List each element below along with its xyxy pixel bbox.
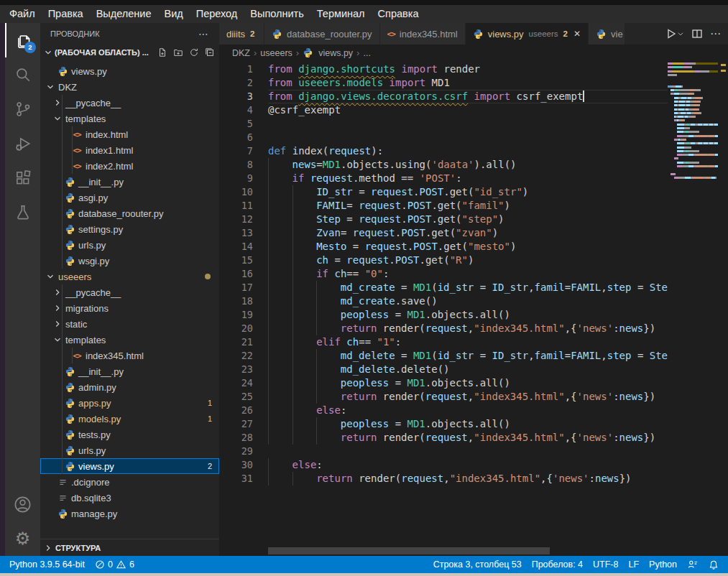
code-line-13[interactable]: 13Zvan= request.POST.get("zvan"): [219, 226, 668, 240]
line-number[interactable]: 5: [219, 117, 268, 131]
tree-item--init-py[interactable]: __init__.py: [40, 174, 219, 190]
tree-item-urls-py[interactable]: urls.py: [40, 237, 219, 253]
code-line-25[interactable]: 25return render(request,"index345.html",…: [219, 390, 668, 404]
code-line-2[interactable]: 2from useeers.models import MD1: [219, 76, 668, 90]
tree-item-apps-py[interactable]: apps.py1: [40, 395, 219, 411]
menu-item[interactable]: Выполнить: [244, 5, 310, 23]
code-line-20[interactable]: 20return render(request,"index345.html",…: [219, 322, 668, 335]
line-number[interactable]: 12: [219, 213, 268, 226]
code-line-22[interactable]: 22md_delete = MD1(id_str = ID_str,famil=…: [219, 349, 668, 363]
tree-item--pycache-[interactable]: __pycache__: [40, 95, 219, 111]
run-dropdown-icon[interactable]: [677, 30, 684, 37]
account-icon[interactable]: [5, 487, 40, 521]
code-line-18[interactable]: 18md_create.save(): [219, 294, 668, 308]
line-number[interactable]: 25: [219, 390, 268, 404]
line-number[interactable]: 14: [219, 240, 268, 254]
tree-item-static[interactable]: static: [40, 316, 219, 332]
line-number[interactable]: 1: [219, 62, 268, 76]
tab-views-py[interactable]: views.pyuseeers2✕: [466, 23, 588, 45]
line-number[interactable]: 11: [219, 199, 268, 213]
line-number[interactable]: 17: [219, 281, 268, 294]
tree-item-manage-py[interactable]: manage.py: [40, 506, 219, 521]
tree-item-views-py[interactable]: views.py2: [40, 458, 219, 474]
code-line-17[interactable]: 17md_create = MD1(id_str = ID_str,famil=…: [219, 281, 668, 294]
collapse-all-icon[interactable]: [205, 47, 215, 57]
new-file-icon[interactable]: [157, 47, 167, 57]
cursor-position-status[interactable]: Строка 3, столбец 53: [428, 556, 527, 573]
feedback-icon[interactable]: [682, 556, 704, 573]
code-line-16[interactable]: 16if ch== "0":: [219, 267, 668, 281]
tree-item-views-py[interactable]: views.py: [40, 63, 219, 79]
problems-status[interactable]: 0 6: [90, 556, 139, 573]
code-line-28[interactable]: 28return render(request,"index345.html",…: [219, 431, 668, 445]
line-number[interactable]: 30: [219, 458, 268, 472]
line-number[interactable]: 29: [219, 445, 268, 458]
tree-item-wsgi-py[interactable]: wsgi.py: [40, 253, 219, 269]
line-number[interactable]: 8: [219, 158, 268, 172]
breadcrumb-item[interactable]: DKZ: [232, 48, 250, 58]
line-number[interactable]: 2: [219, 76, 268, 90]
overview-ruler[interactable]: [718, 45, 728, 556]
minimap[interactable]: [668, 62, 718, 180]
new-folder-icon[interactable]: [173, 47, 183, 57]
settings-gear-icon[interactable]: ⚙: [5, 521, 40, 556]
line-number[interactable]: 26: [219, 404, 268, 417]
code-line-21[interactable]: 21elif ch== "1":: [219, 335, 668, 349]
line-number[interactable]: 20: [219, 322, 268, 335]
code-line-11[interactable]: 11FAMIL= request.POST.get("famil"): [219, 199, 668, 213]
code-line-5[interactable]: 5: [219, 117, 668, 131]
line-number[interactable]: 21: [219, 335, 268, 349]
line-number[interactable]: 3: [219, 90, 268, 103]
code-line-8[interactable]: 8news=MD1.objects.using('daata').all(): [219, 158, 668, 172]
breadcrumb-item[interactable]: ...: [363, 48, 370, 58]
line-number[interactable]: 7: [219, 144, 268, 158]
menu-item[interactable]: Терминал: [310, 5, 372, 23]
line-number[interactable]: 23: [219, 363, 268, 376]
refresh-icon[interactable]: [189, 47, 199, 57]
tree-item-index2-html[interactable]: <>index2.html: [40, 158, 219, 174]
tab-database-roouter-py[interactable]: database_roouter.py: [264, 23, 379, 45]
testing-icon[interactable]: [5, 195, 40, 230]
line-number[interactable]: 13: [219, 226, 268, 240]
line-number[interactable]: 19: [219, 308, 268, 322]
tab-vie[interactable]: vie: [589, 23, 625, 45]
code-line-31[interactable]: 31return render(request,"index345.html",…: [219, 472, 668, 486]
menu-item[interactable]: Вид: [157, 5, 189, 23]
line-number[interactable]: 16: [219, 267, 268, 281]
code-line-15[interactable]: 15ch = request.POST.get("R"): [219, 254, 668, 267]
tree-item-database-roouter-py[interactable]: database_roouter.py: [40, 205, 219, 221]
breadcrumb[interactable]: DKZ›useeers›views.py›...: [219, 45, 728, 61]
code-line-7[interactable]: 7def index(request):: [219, 144, 668, 158]
code-line-10[interactable]: 10ID_str = request.POST.get("id_str"): [219, 185, 668, 199]
line-number[interactable]: 9: [219, 172, 268, 185]
menu-item[interactable]: Файл: [3, 5, 42, 23]
code-line-26[interactable]: 26else:: [219, 404, 668, 417]
line-number[interactable]: 27: [219, 417, 268, 431]
tree-item-asgi-py[interactable]: asgi.py: [40, 190, 219, 205]
eol-status[interactable]: LF: [623, 556, 644, 573]
search-icon[interactable]: [5, 57, 40, 92]
line-number[interactable]: 31: [219, 472, 268, 486]
encoding-status[interactable]: UTF-8: [588, 556, 623, 573]
tree-item-models-py[interactable]: models.py1: [40, 411, 219, 427]
tree-item-dkz[interactable]: DKZ: [40, 79, 219, 95]
code-line-27[interactable]: 27peopless = MD1.objects.all(): [219, 417, 668, 431]
code-editor[interactable]: 1from django.shortcuts import render2fro…: [219, 62, 668, 546]
tree-item--dcignore[interactable]: .dcignore: [40, 474, 219, 490]
tab-diiits[interactable]: diiits2: [219, 23, 264, 45]
split-editor-icon[interactable]: [691, 28, 703, 40]
menu-item[interactable]: Правка: [42, 5, 90, 23]
notifications-bell-icon[interactable]: [704, 556, 724, 573]
code-line-29[interactable]: 29: [219, 445, 668, 458]
tree-item-urls-py[interactable]: urls.py: [40, 442, 219, 458]
line-number[interactable]: 24: [219, 376, 268, 390]
breadcrumb-item[interactable]: useeers: [260, 48, 292, 58]
run-python-file-icon[interactable]: [665, 28, 684, 40]
tree-item-db-sqlite3[interactable]: db.sqlite3: [40, 490, 219, 506]
code-line-6[interactable]: 6: [219, 131, 668, 144]
source-control-icon[interactable]: [5, 92, 40, 126]
python-version-status[interactable]: Python 3.9.5 64-bit: [4, 556, 90, 573]
line-number[interactable]: 10: [219, 185, 268, 199]
more-actions-icon[interactable]: ⋯: [710, 27, 721, 40]
code-line-4[interactable]: 4@csrf_exempt: [219, 103, 668, 117]
